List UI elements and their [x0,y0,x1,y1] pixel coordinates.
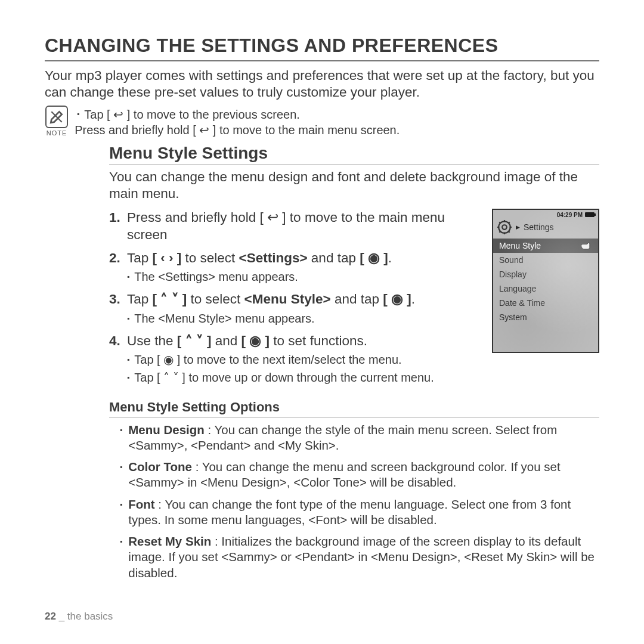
device-menu-item[interactable]: Sound [493,253,598,267]
device-menu: Menu Style Sound Display Language Date &… [493,239,598,324]
page-title: CHANGING THE SETTINGS AND PREFERENCES [45,35,599,61]
options-title: Menu Style Setting Options [109,400,599,417]
svg-line-6 [499,222,500,223]
step-sub: ▪Tap [ ◉ ] to move to the next item/sele… [127,352,481,367]
option-item: ▪Reset My Skin : Initializes the backgro… [120,534,599,581]
page-footer: 22 _ the basics [45,611,113,623]
device-time: 04:29 PM [557,212,583,218]
step-text: Use the [ ˄ ˅ ] and [ ◉ ] to set functio… [127,333,367,348]
option-item: ▪Font : You can change the font type of … [120,497,599,528]
intro-text: Your mp3 player comes with settings and … [45,67,599,101]
step-item: 4. Use the [ ˄ ˅ ] and [ ◉ ] to set func… [109,332,481,385]
note-block: NOTE ▪Tap [ ↩ ] to move to the previous … [45,106,599,138]
device-menu-item[interactable]: System [493,310,598,324]
options-list: ▪Menu Design : You can change the style … [109,422,599,581]
device-menu-item[interactable]: Date & Time [493,296,598,310]
section-intro: You can change the menu design and font … [109,169,599,202]
section-title: Menu Style Settings [109,144,599,165]
svg-line-8 [499,231,500,232]
svg-line-9 [509,222,510,223]
step-item: 2. Tap [ ‹ › ] to select <Settings> and … [109,249,481,284]
step-sub: ▪The <Settings> menu appears. [127,269,481,284]
note-label: NOTE [47,129,67,137]
svg-line-7 [509,231,510,232]
device-header: Settings [524,222,554,232]
note-line: ▪Press and briefly hold [ ↩ ] to move to… [77,122,400,138]
option-item: ▪Color Tone : You can change the menu an… [120,459,599,490]
step-sub: ▪The <Menu Style> menu appears. [127,311,481,326]
steps-list: 1. Press and briefly hold [ ↩ ] to move … [109,209,481,391]
device-menu-item[interactable]: Language [493,281,598,296]
step-item: 3. Tap [ ˄ ˅ ] to select <Menu Style> an… [109,290,481,326]
svg-point-1 [502,225,507,230]
option-item: ▪Menu Design : You can change the style … [120,422,599,453]
note-line: ▪Tap [ ↩ ] to move to the previous scree… [77,107,400,122]
gear-icon [497,219,512,235]
step-text: Tap [ ‹ › ] to select <Settings> and tap… [127,250,392,265]
device-menu-item[interactable]: Menu Style [493,239,598,253]
step-sub: ▪Tap [ ˄ ˅ ] to move up or down through … [127,370,481,385]
device-menu-item[interactable]: Display [493,267,598,281]
note-icon [45,106,68,128]
battery-icon [585,212,595,217]
step-text: Tap [ ˄ ˅ ] to select <Menu Style> and t… [127,292,415,306]
step-item: 1. Press and briefly hold [ ↩ ] to move … [109,209,481,244]
device-screenshot: 04:29 PM ▶ Settings Menu Style Sound Dis… [492,209,599,353]
hand-icon [580,242,592,250]
